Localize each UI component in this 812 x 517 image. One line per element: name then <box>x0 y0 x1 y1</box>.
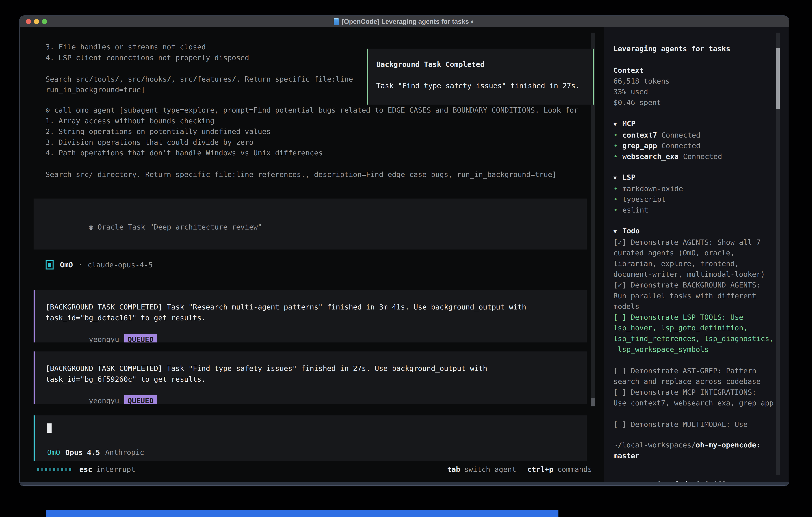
chat-scrollbar-thumb[interactable] <box>591 398 595 406</box>
desktop: [OpenCode] Leveraging agents for tasks ◐… <box>0 0 812 517</box>
blank-line <box>613 355 774 365</box>
blank-line <box>613 408 774 419</box>
sidebar-scrollbar-thumb[interactable] <box>776 48 780 109</box>
oracle-session-card[interactable]: ◉ Oracle Task "Deep architecture review"… <box>34 198 587 249</box>
oracle-task-title: Oracle Task "Deep architecture review" <box>93 223 262 231</box>
tool-call-line: 2. String operations on potentially unde… <box>46 126 578 137</box>
input-model-line: OmO Opus 4.5 Anthropic <box>47 447 144 458</box>
agent-name: OmO <box>60 260 73 270</box>
version-line: •OpenCode 1.0.163 <box>613 468 726 483</box>
todo-line-done: models <box>613 301 774 312</box>
mcp-section: ▼MCP •context7Connected •grep_appConnect… <box>613 118 722 162</box>
agent-header: OmO · claude-opus-4-5 <box>46 260 153 270</box>
separator-dot: · <box>78 260 83 270</box>
blank-line <box>46 158 578 169</box>
lsp-item: •typescript <box>613 194 683 205</box>
todo-line-pending: [ ] Demonstrate MULTIMODAL: Use <box>613 419 774 430</box>
terminal-line: run_in_background=true] <box>46 84 353 95</box>
blank-line <box>376 70 592 81</box>
sidebar-scrollbar[interactable] <box>776 33 780 475</box>
todo-line-done: [✓] Demonstrate BACKGROUND AGENTS: <box>613 280 774 291</box>
ctrlp-key-label: commands <box>557 464 592 475</box>
todo-line-active: [ ] Demonstrate LSP TOOLS: Use <box>613 312 774 323</box>
blank-line <box>46 63 353 74</box>
context-section: Context 66,518 tokens 33% used $0.46 spe… <box>613 65 670 108</box>
status-dot-icon: • <box>613 130 622 140</box>
todo-line-pending: [ ] Demonstrate MCP INTEGRATIONS: <box>613 387 774 398</box>
desktop-wallpaper-strip <box>46 510 558 517</box>
blank-line <box>46 243 587 249</box>
status-dot-icon: • <box>613 140 622 151</box>
terminal-line: 3. File handles or streams not closed <box>46 42 353 52</box>
todo-line-pending: Use context7, websearch_exa, grep_app <box>613 398 774 408</box>
terminal-line: Search src/tools/, src/hooks/, src/featu… <box>46 74 353 85</box>
document-icon <box>334 19 339 25</box>
todo-line-active: lsp_find_references, lsp_diagnostics, <box>613 333 774 344</box>
tool-call-line: Search src/ directory. Return specific f… <box>46 169 578 180</box>
todo-line-pending: [ ] Demonstrate AST-GREP: Pattern <box>613 365 774 376</box>
mcp-heading[interactable]: ▼MCP <box>613 118 722 130</box>
status-dot-icon: • <box>613 205 622 216</box>
window-title: [OpenCode] Leveraging agents for tasks ◐ <box>334 18 474 25</box>
background-task-message: [BACKGROUND TASK COMPLETED] Task "Resear… <box>34 290 587 343</box>
todo-heading[interactable]: ▼Todo <box>613 225 774 237</box>
tab-key-hint: tab <box>447 464 460 475</box>
todo-line-done: [✓] Demonstrate AGENTS: Show all 7 <box>613 237 774 248</box>
queued-badge: QUEUED <box>124 395 157 404</box>
todo-line-active: lsp_workspace_symbols <box>613 344 774 355</box>
workspace-path-block: ~/local-workspaces/oh-my-opencode: maste… <box>613 440 761 461</box>
chevron-down-icon: ▼ <box>613 119 622 130</box>
window-titlebar[interactable]: [OpenCode] Leveraging agents for tasks ◐ <box>20 16 789 28</box>
agent-model: claude-opus-4-5 <box>88 260 153 270</box>
status-dot-icon: • <box>613 183 622 194</box>
esc-key-label: interrupt <box>96 464 135 475</box>
chevron-down-icon: ▼ <box>613 172 622 183</box>
context-used: 33% used <box>613 86 670 97</box>
minimize-button[interactable] <box>34 19 39 24</box>
input-model-name: Opus 4.5 <box>65 447 100 458</box>
todo-line-pending: search and replace across codebase <box>613 376 774 387</box>
mcp-item: •context7Connected <box>613 130 722 140</box>
queued-badge: QUEUED <box>124 334 157 343</box>
session-title: Leveraging agents for tasks <box>613 44 730 54</box>
oracle-status-icon: ◉ <box>89 223 93 231</box>
todo-section: ▼Todo [✓] Demonstrate AGENTS: Show all 7… <box>613 225 774 430</box>
omo-agent-icon <box>46 260 54 270</box>
git-branch: master <box>613 451 761 461</box>
lsp-item: •eslint <box>613 205 683 216</box>
message-line: task_id="bg_6f59260c" to get results. <box>46 374 587 385</box>
todo-line-done: curated agents (OmO, oracle, <box>613 247 774 258</box>
close-button[interactable] <box>26 19 31 24</box>
text-cursor <box>47 424 52 433</box>
input-provider-name: Anthropic <box>105 447 144 458</box>
status-dot-icon: • <box>613 194 622 205</box>
message-author: yeongyu <box>89 335 119 343</box>
zoom-button[interactable] <box>42 19 47 24</box>
todo-line-done: Run parallel tasks with different <box>613 291 774 301</box>
message-line: [BACKGROUND TASK COMPLETED] Task "Find t… <box>46 363 587 374</box>
mcp-item: •websearch_exaConnected <box>613 151 722 162</box>
context-tokens: 66,518 tokens <box>613 76 670 87</box>
lsp-section: ▼LSP •markdown-oxide •typescript •eslint <box>613 172 683 215</box>
toast-body: Task "Find type safety issues" finished … <box>376 80 592 91</box>
traffic-lights <box>26 16 47 27</box>
tool-call-block: ⚙ call_omo_agent [subagent_type=explore,… <box>46 105 578 180</box>
tool-call-line: 1. Array access without bounds checking <box>46 115 578 126</box>
context-spent: $0.46 spent <box>613 97 670 108</box>
ctrlp-key-hint: ctrl+p <box>527 464 553 475</box>
lsp-heading[interactable]: ▼LSP <box>613 172 683 183</box>
lsp-item: •markdown-oxide <box>613 183 683 194</box>
workspace-repo-name: oh-my-opencode: <box>696 441 761 449</box>
status-dot-icon: • <box>613 151 622 162</box>
message-line: [BACKGROUND TASK COMPLETED] Task "Resear… <box>46 302 587 312</box>
context-heading: Context <box>613 65 670 76</box>
workspace-path-prefix: ~/local-workspaces/ <box>613 441 696 449</box>
prompt-input[interactable]: OmO Opus 4.5 Anthropic <box>34 415 587 461</box>
todo-line-done: librarian, explore, frontend, <box>613 258 774 269</box>
background-task-toast[interactable]: Background Task Completed Task "Find typ… <box>367 49 593 105</box>
chevron-down-icon: ▼ <box>613 226 622 237</box>
mcp-item: •grep_appConnected <box>613 140 722 151</box>
tool-call-line: 4. Path operations that don't handle Win… <box>46 147 578 158</box>
tool-call-line: ⚙ call_omo_agent [subagent_type=explore,… <box>46 105 578 115</box>
tool-call-line: 3. Division operations that could divide… <box>46 137 578 148</box>
